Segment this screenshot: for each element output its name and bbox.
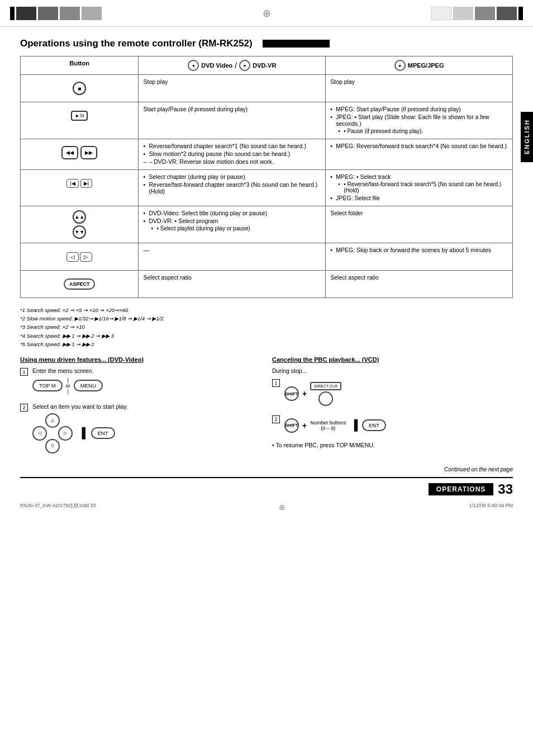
next-button-icon: ▶▶ bbox=[80, 146, 97, 159]
mpeg-play-item-0: MPEG: Start play/Pause (if pressed durin… bbox=[336, 106, 461, 112]
list-item: • Pause (if pressed during play). bbox=[330, 128, 508, 134]
table-header-dvd: ● DVD Video / ● DVD-VR bbox=[139, 56, 326, 75]
button-cell: ►/II bbox=[21, 102, 139, 139]
button-cell: ▲ ▼ bbox=[21, 206, 139, 243]
dvd-skip-item-1: Reverse/fast-forward chapter search*3 (N… bbox=[149, 181, 317, 195]
skip-icon-area: |◀ ▶| bbox=[25, 173, 134, 193]
plus-sign-2: + bbox=[302, 421, 307, 430]
pipe-icon-2: ▐ bbox=[350, 419, 358, 431]
mpeg-skip-cell: MPEG: • Select track • Reverse/fast-forw… bbox=[326, 170, 513, 206]
dvd-prevnext-cell: Reverse/forward chapter search*1 (No sou… bbox=[139, 139, 326, 170]
mpeg-play-item-2: • Pause (if pressed during play). bbox=[344, 128, 423, 134]
top-bar-left bbox=[10, 7, 102, 20]
mpeg-aspect-text: Select aspect ratio bbox=[330, 274, 378, 281]
dvd-prevnext-item-0: Reverse/forward chapter search*1 (No sou… bbox=[149, 143, 306, 149]
leftright-buttons: ◁ ▷ bbox=[66, 252, 92, 262]
down-icon: ▼ bbox=[74, 229, 84, 235]
footnote-1: *2 Slow motion speed: ▶1/32⇒ ▶1/16⇒ ▶1/8… bbox=[20, 314, 164, 323]
mpeg-skip-list: MPEG: • Select track • Reverse/fast-forw… bbox=[330, 173, 508, 201]
next-icon: ▶▶ bbox=[85, 150, 93, 155]
using-menu-section: Using menu driven features... (DVD-Video… bbox=[20, 356, 261, 462]
continued-note: Continued on the next page bbox=[444, 466, 513, 472]
top-bar-center-icon: ⊕ bbox=[102, 7, 431, 20]
topm-button[interactable]: TOP M bbox=[32, 380, 63, 391]
menu-button[interactable]: MENU bbox=[74, 380, 103, 391]
table-row: ►/II Start play/Pause (if pressed during… bbox=[21, 102, 513, 139]
step-1-buttons: TOP M | or | MENU bbox=[32, 377, 261, 394]
shift-button-2[interactable]: SHIFT bbox=[284, 418, 299, 433]
list-item: MPEG: Skip back or forward the scenes by… bbox=[330, 247, 508, 253]
stop-button-icon-area bbox=[25, 78, 134, 98]
dvd-skip-list: Select chapter (during play or pause) Re… bbox=[143, 173, 321, 195]
top-decorative-bar: ⊕ bbox=[0, 0, 533, 27]
prev-button-icon: ◀◀ bbox=[61, 146, 78, 159]
table-row: ◁ ▷ — MPEG: Skip back or forward the sce… bbox=[21, 243, 513, 271]
section-title: Operations using the remote controller (… bbox=[20, 38, 513, 49]
list-item: DVD-Video: Select title (during play or … bbox=[143, 210, 321, 216]
english-tab: ENGLISH bbox=[521, 112, 533, 162]
page-number: 33 bbox=[498, 481, 513, 497]
ent-button[interactable]: ENT bbox=[91, 427, 115, 439]
main-content: Operations using the remote controller (… bbox=[0, 27, 533, 523]
mpeg-skip-item-0: MPEG: • Select track bbox=[336, 173, 391, 180]
mpeg-prevnext-cell: MPEG: Reverse/forward track search*4 (No… bbox=[326, 139, 513, 170]
dvd-leftright-text: — bbox=[143, 247, 149, 253]
mpeg-label: MPEG/JPEG bbox=[408, 62, 444, 69]
step-number-1: 1 bbox=[20, 368, 28, 376]
pbc-step-2-content: SHIFT + Number buttons (0 – 9) ▐ ENT bbox=[284, 415, 513, 436]
skip-prev-arrow: |◀ bbox=[70, 181, 75, 186]
deco-block bbox=[16, 7, 36, 20]
dvd-video-label: DVD Video bbox=[201, 62, 232, 69]
list-item: • Select playlist (during play or pause) bbox=[143, 225, 321, 231]
footnote-line-2: *2 Slow motion speed: ▶1/32⇒ ▶1/16⇒ ▶1/8… bbox=[20, 314, 513, 323]
step-number-2: 2 bbox=[20, 404, 28, 412]
deco-block bbox=[82, 7, 102, 20]
shift-button-1[interactable]: SHIFT bbox=[284, 386, 299, 401]
button-cell: ◁ ▷ bbox=[21, 243, 139, 271]
right-button-icon: ▷ bbox=[80, 252, 92, 262]
footer-left-text: EN30-37_KW-ADV792[J]f.indd 33 bbox=[20, 503, 96, 512]
step-2-buttons: △ ◁ ▷ ▽ bbox=[32, 413, 261, 453]
mpeg-stop-text: Stop play bbox=[330, 78, 355, 85]
pbc-step-2-buttons: SHIFT + Number buttons (0 – 9) ▐ ENT bbox=[284, 418, 513, 433]
dvd-header-inner: ● DVD Video / ● DVD-VR bbox=[143, 60, 321, 71]
table-row: ▲ ▼ DVD-Video: Select title (during play… bbox=[21, 206, 513, 243]
nav-right-button[interactable]: ▷ bbox=[58, 426, 73, 441]
mpeg-prevnext-item-0: MPEG: Reverse/forward track search*4 (No… bbox=[336, 143, 507, 149]
dvd-skip-item-0: Select chapter (during play or pause) bbox=[149, 173, 245, 180]
dvd-updown-cell: DVD-Video: Select title (during play or … bbox=[139, 206, 326, 243]
table-row: |◀ ▶| Select chapter (during play or pau… bbox=[21, 170, 513, 206]
mpeg-aspect-cell: Select aspect ratio bbox=[326, 271, 513, 298]
footnote-line-4: *4 Search speed: ▶▶ 1 ⇒ ▶▶ 2 ⇒ ▶▶ 3 bbox=[20, 332, 513, 340]
deco-block bbox=[60, 7, 80, 20]
table-header-mpeg: ● MPEG/JPEG bbox=[326, 56, 513, 75]
canceling-pbc-step-2: 2 SHIFT + Number buttons (0 – 9) ▐ ENT bbox=[272, 415, 513, 436]
mpeg-leftright-item-0: MPEG: Skip back or forward the scenes by… bbox=[336, 247, 491, 253]
operations-badge: OPERATIONS bbox=[429, 483, 493, 495]
list-item: Slow motion*2 during pause (No sound can… bbox=[143, 150, 321, 157]
page-wrapper: ⊕ ENGLISH Operations using the remote co… bbox=[0, 0, 533, 756]
pbc-step-1-buttons: SHIFT + DIRECT CLR bbox=[284, 382, 513, 406]
using-menu-title: Using menu driven features... (DVD-Video… bbox=[20, 356, 261, 363]
dvd-prevnext-item-1: Slow motion*2 during pause (No sound can… bbox=[149, 150, 290, 157]
dvd-prevnext-list: Reverse/forward chapter search*1 (No sou… bbox=[143, 143, 321, 165]
direct-clr-circle[interactable] bbox=[318, 391, 333, 406]
step-2-text: Select an item you want to start play. bbox=[32, 403, 261, 410]
pbc-step-num-1: 1 bbox=[272, 379, 280, 387]
mpeg-leftright-list: MPEG: Skip back or forward the scenes by… bbox=[330, 247, 508, 253]
button-cell: ◀◀ ▶▶ bbox=[21, 139, 139, 170]
ent-button-2[interactable]: ENT bbox=[362, 419, 386, 431]
footnote-line-1: *1 Search speed: ×2 ⇒ ×5 ⇒ ×10 ⇒ ×20⇒×60 bbox=[20, 306, 513, 314]
updown-buttons: ▲ ▼ bbox=[72, 210, 87, 239]
nav-down-button[interactable]: ▽ bbox=[45, 439, 60, 453]
footnote-4: *5 Search speed: ▶▶ 1 ⇒ ▶▶ 2 bbox=[20, 340, 94, 348]
dvd-prevnext-item-2: – DVD-VR: Reverse slow motion does not w… bbox=[149, 158, 274, 165]
list-item: MPEG: Start play/Pause (if pressed durin… bbox=[330, 106, 508, 112]
leftright-icon-area: ◁ ▷ bbox=[25, 247, 134, 267]
play-pause-icon: ►/II bbox=[75, 113, 84, 119]
direct-clr-button[interactable]: DIRECT CLR bbox=[310, 382, 341, 390]
stop-button-icon bbox=[73, 82, 86, 95]
play-pause-button-icon: ►/II bbox=[71, 111, 88, 121]
dvd-vr-label: DVD-VR bbox=[253, 62, 276, 69]
pbc-step-1-content: SHIFT + DIRECT CLR bbox=[284, 379, 513, 409]
